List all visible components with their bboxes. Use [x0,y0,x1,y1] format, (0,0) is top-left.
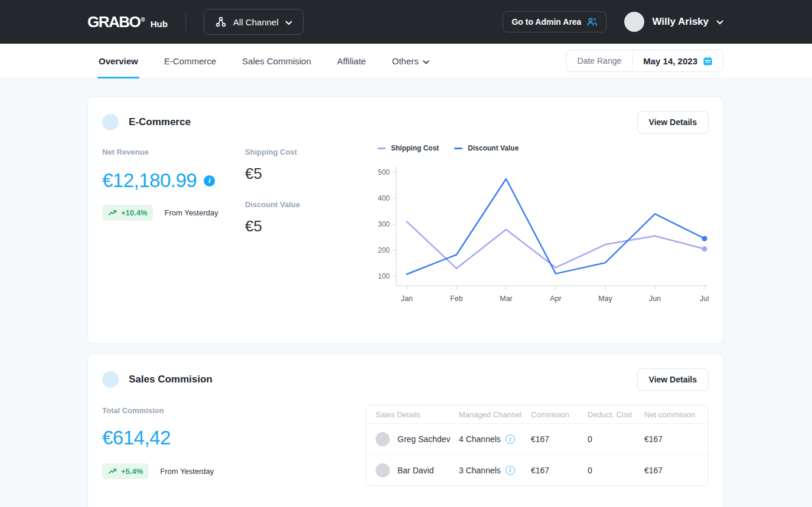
tab-label: E-Commerce [164,56,216,66]
legend-item-discount-value: Discount Value [454,144,518,152]
brand-name: GRABO [87,13,140,31]
discount-value-label: Discount Value [245,200,369,209]
calendar-icon [703,56,713,66]
avatar [376,432,390,446]
managed-channel-cell: 3 Channelsi [459,466,531,475]
total-commision-trend-row: +5.4% From Yesterday [102,463,366,479]
sales-view-details-button[interactable]: View Details [637,368,709,391]
table-row[interactable]: Greg Sachdev4 Channelsi€1670€167 [366,424,708,454]
brand-suffix: Hub [151,19,168,29]
tab-affiliate[interactable]: Affiliate [337,44,366,78]
date-picker-button[interactable]: May 14, 2023 [632,50,723,71]
tab-label: Others [392,56,419,66]
total-commision-change-caption: From Yesterday [160,467,214,476]
svg-text:500: 500 [378,168,390,176]
tab-e-commerce[interactable]: E-Commerce [164,44,216,78]
deduct-cost-cell: 0 [588,434,644,444]
net-revenue-trend-row: +10.4% From Yesterday [102,205,245,221]
net-revenue-block: Net Revenue €12,180.99 i +10.4% From [102,148,245,309]
table-row[interactable]: Bar David3 Channelsi€1670€167 [366,454,708,485]
ecommerce-card-title: E-Commerce [129,116,191,128]
ecommerce-chart-area: Shipping CostDiscount Value 100200300400… [369,148,709,309]
top-bar: GRABO® Hub All Channel Go to Admin Area … [0,0,812,44]
admin-users-icon [586,17,598,27]
tab-overview[interactable]: Overview [99,44,138,78]
date-range-control: Date Range May 14, 2023 [566,50,723,72]
tab-others[interactable]: Others [392,44,429,78]
user-menu[interactable]: Willy Arisky [624,12,723,32]
commision-cell: €167 [531,434,588,444]
page-content: E-Commerce View Details Net Revenue €12,… [0,78,812,507]
svg-text:300: 300 [378,220,390,228]
tab-bar: OverviewE-CommerceSales CommisionAffilia… [0,44,812,78]
header-divider [185,13,186,31]
net-revenue-value: €12,180.99 [102,169,197,192]
total-commision-change: +5.4% [121,467,143,476]
ecommerce-line-chart: 100200300400500JanFebMarAprMayJunJul [369,158,709,309]
total-commision-block: Total Commision €614,42 +5.4% From Yeste… [102,405,366,486]
tab-label: Affiliate [337,56,366,66]
net-revenue-change-caption: From Yesterday [164,208,218,217]
column-header-managed-channel: Managed Channel [459,410,531,419]
sales-person-cell: Greg Sachdev [376,432,459,446]
channel-info-icon[interactable]: i [506,434,515,444]
channel-selector-label: All Channel [233,17,279,27]
discount-value-value: €5 [245,217,369,235]
sales-card-header: Sales Commision View Details [102,368,709,391]
ecommerce-card-icon [102,114,119,130]
discount-value-block: Discount Value €5 [245,200,369,235]
svg-text:Jun: Jun [649,295,661,303]
column-header-sales-details: Sales Details [376,410,459,419]
column-header-deduct-cost: Deduct. Cost [588,410,644,419]
ecommerce-card-body: Net Revenue €12,180.99 i +10.4% From [102,148,709,309]
sales-card-body: Total Commision €614,42 +5.4% From Yeste… [102,405,709,486]
net-revenue-trend-badge: +10.4% [102,205,153,221]
user-chevron-down-icon [716,17,723,27]
channel-info-icon[interactable]: i [506,466,515,475]
svg-text:May: May [598,295,612,303]
sales-person-name: Bar David [397,466,433,475]
trend-up-icon [108,210,117,216]
svg-text:Feb: Feb [450,295,463,303]
ecommerce-view-details-button[interactable]: View Details [637,111,709,133]
cost-metrics-block: Shipping Cost €5 Discount Value €5 [245,148,369,309]
sales-commision-table: Sales DetailsManaged ChannelCommisionDed… [366,405,709,486]
trend-up-icon [108,468,117,475]
sales-person-cell: Bar David [376,463,459,477]
column-header-net-commision: Net commision [644,410,708,419]
registered-mark: ® [141,17,145,23]
admin-button-label: Go to Admin Area [511,17,581,27]
total-commision-trend-badge: +5.4% [102,463,149,479]
net-revenue-change: +10.4% [121,208,147,217]
deduct-cost-cell: 0 [588,466,644,475]
net-revenue-label: Net Revenue [102,148,245,156]
svg-text:Apr: Apr [550,295,561,303]
shipping-cost-block: Shipping Cost €5 [245,148,369,183]
tab-sales-commision[interactable]: Sales Commision [242,44,311,78]
channel-network-icon [215,16,227,28]
commision-cell: €167 [531,466,588,475]
avatar [376,463,390,477]
date-value: May 14, 2023 [643,56,697,66]
user-name: Willy Arisky [652,16,709,28]
legend-swatch [454,148,462,149]
channel-count: 4 Channels [459,434,501,444]
managed-channel-cell: 4 Channelsi [459,434,531,444]
svg-text:400: 400 [378,194,390,202]
tab-label: Sales Commision [242,56,311,66]
tabs-container: OverviewE-CommerceSales CommisionAffilia… [99,44,429,78]
table-header-row: Sales DetailsManaged ChannelCommisionDed… [366,405,708,424]
shipping-cost-value: €5 [245,165,369,183]
channel-selector-button[interactable]: All Channel [204,9,304,35]
tab-label: Overview [99,56,138,66]
sales-commision-card: Sales Commision View Details Total Commi… [87,354,723,507]
net-revenue-info-icon[interactable]: i [204,175,215,187]
svg-text:Jan: Jan [401,295,413,303]
go-to-admin-area-button[interactable]: Go to Admin Area [503,11,606,32]
net-commision-cell: €167 [644,466,708,475]
column-header-commision: Commision [531,410,588,419]
total-commision-value: €614,42 [102,427,366,449]
sales-card-icon [102,371,119,388]
chart-legend: Shipping CostDiscount Value [377,144,709,152]
date-range-button[interactable]: Date Range [566,50,633,71]
